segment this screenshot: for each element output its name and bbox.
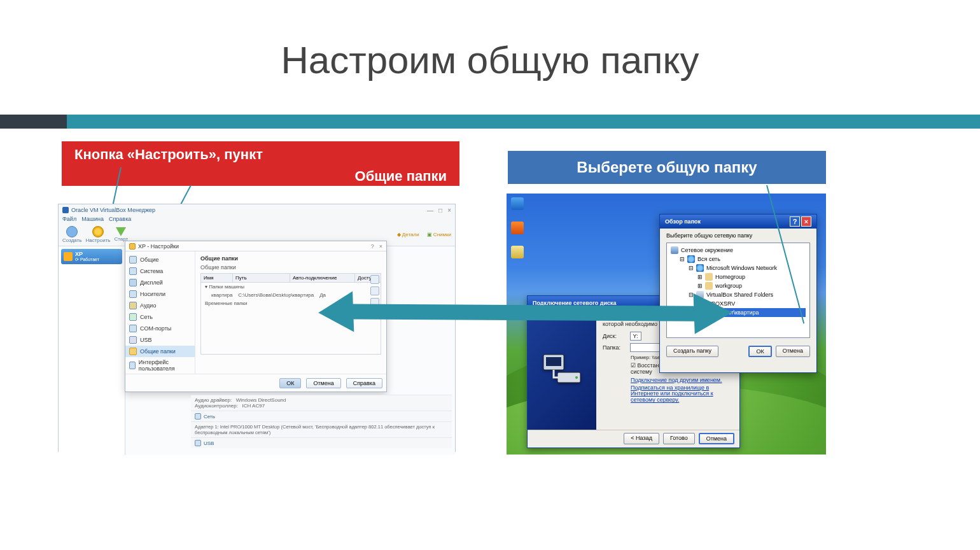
sidebar-item-usb[interactable]: USB [125,334,195,346]
net-section-icon [195,413,201,420]
browse-help-icon[interactable]: ? [790,216,800,227]
settings-title-text: XP - Настройки [138,243,179,250]
sidebar-item-general[interactable]: Общие [125,254,195,265]
folder-tree[interactable]: Сетевое окружение ⊟ Вся сеть ⊟ Microsoft… [666,243,810,338]
table-group-machine: ▾ Папки машины [201,283,381,291]
wizard-footer: < Назад Готово Отмена [528,430,739,447]
table-row[interactable]: квартира C:\Users\Вова\Desktop\квартира … [201,291,381,299]
desktop-icon-ie[interactable] [510,197,524,211]
machine-list: XP ⟳ Работает [59,246,125,455]
sidebar-item-system[interactable]: Система [125,265,195,277]
ui-icon [129,362,136,369]
globe-icon [687,255,695,263]
sidebar-item-com[interactable]: COM-порты [125,323,195,334]
svg-rect-1 [546,357,561,366]
group-icon [705,273,713,281]
menu-file[interactable]: Файл [62,216,76,222]
desktop-icon-doc[interactable] [510,246,524,260]
tab-snapshots[interactable]: ▣ Снимки [427,232,451,237]
browse-folder-dialog: Обзор папок ? × Выберите общую сетевую п… [659,214,817,373]
settings-titlebar: XP - Настройки ?× [125,241,386,251]
callout-left: Кнопка «Настроить», пункт Общие папки [62,141,459,186]
edit-folder-button[interactable] [370,286,379,295]
sidebar-item-audio[interactable]: Аудио [125,300,195,311]
vbshare-icon [696,291,704,299]
ok-button[interactable]: ОК [279,378,301,388]
general-icon [129,256,137,264]
network-drive-icon [540,351,584,389]
add-folder-button[interactable] [370,275,379,284]
cancel-button[interactable]: Отмена [306,378,340,388]
maximize-icon[interactable]: □ [438,207,442,214]
settings-title-icon [129,243,136,250]
group-icon [705,282,713,290]
callout-left-line2: Общие папки [74,168,447,185]
virtualbox-icon [62,207,69,213]
share-icon [699,309,707,316]
menu-help[interactable]: Справка [109,216,131,222]
menu-machine[interactable]: Машина [81,216,104,222]
settings-heading: Общие папки [200,255,381,262]
display-icon [129,279,137,286]
vm-settings-dialog: XP - Настройки ?× Общие Система Дисплей … [125,241,387,392]
title-accent-bar [0,115,980,129]
sidebar-item-display[interactable]: Дисплей [125,277,195,288]
browse-close-icon[interactable]: × [801,216,811,227]
browse-titlebar: Обзор папок ? × [660,215,816,229]
finish-button[interactable]: Готово [663,433,695,444]
sidebar-item-storage[interactable]: Носители [125,288,195,300]
virtualbox-title-text: Oracle VM VirtualBox Менеджер [71,207,155,213]
sidebar-item-shared-folders[interactable]: Общие папки [125,346,195,357]
audio-icon [129,302,137,309]
browse-prompt: Выберите общую сетевую папку [666,232,810,239]
drive-label: Диск: [603,333,628,339]
tree-selected-item[interactable]: \\Vboxsvr\квартира [697,308,806,317]
com-icon [129,325,137,332]
help-button[interactable]: Справка [346,378,382,388]
wizard-side-graphic [528,310,596,430]
browse-cancel-button[interactable]: Отмена [776,346,810,357]
sidebar-item-ui[interactable]: Интерфейс пользователя [125,357,195,374]
wizard-cancel-button[interactable]: Отмена [699,433,734,444]
host-icon [697,300,705,307]
system-icon [129,267,137,275]
usb-icon [129,336,137,344]
drive-select[interactable]: Y: [630,332,641,341]
remove-folder-button[interactable] [370,298,379,307]
network-icon [129,313,137,321]
ie-icon [511,197,524,210]
signup-link[interactable]: Подписаться на хранилище в Интернете или… [631,385,733,404]
storage-icon [129,290,137,298]
virtualbox-titlebar: Oracle VM VirtualBox Менеджер — □ × [59,204,455,216]
gear-icon [92,226,104,237]
firefox-icon [511,222,524,234]
start-arrow-icon [116,227,126,236]
window-controls: — □ × [427,207,451,214]
other-user-link[interactable]: Подключение под другим именем. [631,377,733,383]
col-path: Путь [233,274,290,282]
callout-right-text: Выберете общую папку [577,159,757,176]
plus-icon [66,226,78,237]
usb-section-icon [195,440,201,446]
browse-footer: Создать папку ОК Отмена [660,342,816,361]
sidebar-item-network[interactable]: Сеть [125,311,195,323]
machine-item-xp[interactable]: XP ⟳ Работает [61,249,122,264]
col-name: Имя [201,274,233,282]
settings-footer: ОК Отмена Справка [125,374,386,392]
browse-ok-button[interactable]: ОК [748,346,771,357]
title-accent-bar-dark [0,115,67,129]
close-icon[interactable]: × [447,207,451,214]
settings-help-icon[interactable]: ? [371,243,374,250]
table-header: Имя Путь Авто-подключение Доступ [201,274,381,283]
tab-details[interactable]: ◆ Детали [397,232,419,237]
settings-close-icon[interactable]: × [379,243,382,250]
minimize-icon[interactable]: — [427,207,433,214]
back-button[interactable]: < Назад [624,433,659,444]
toolbutton-settings[interactable]: Настроить [85,226,110,243]
toolbutton-create[interactable]: Создать [62,226,81,243]
toolbutton-start[interactable]: Старт [115,227,129,242]
new-folder-button[interactable]: Создать папку [666,346,718,357]
callout-right: Выберете общую папку [508,151,826,184]
folder-label: Папка: [603,344,628,351]
desktop-icon-ff[interactable] [510,222,524,236]
